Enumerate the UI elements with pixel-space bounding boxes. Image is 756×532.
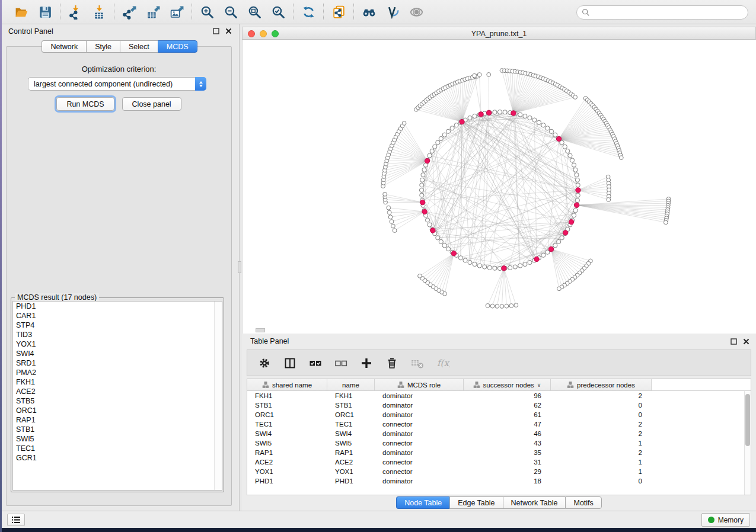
import-network-icon[interactable] [67, 4, 84, 20]
table-row[interactable]: SWI5SWI5connector431 [247, 438, 744, 448]
close-panel-button[interactable]: Close panel [122, 97, 181, 111]
search-input[interactable] [593, 8, 748, 17]
column-header-MCDS-role[interactable]: MCDS role [375, 379, 464, 391]
mcds-result-node[interactable]: STP4 [13, 321, 222, 330]
table-row[interactable]: TEC1TEC1connector472 [247, 419, 744, 429]
mcds-result-node[interactable]: TID3 [13, 330, 222, 339]
table-scrollbar-thumb[interactable] [745, 394, 750, 446]
mcds-result-node[interactable]: YOX1 [13, 339, 222, 349]
table-row[interactable]: FKH1FKH1dominator962 [247, 391, 744, 400]
mcds-result-node[interactable]: SRD1 [13, 358, 222, 368]
optimization-criterion-value: largest connected component (undirected) [28, 80, 195, 88]
mcds-result-node[interactable]: RAP1 [13, 415, 222, 425]
add-column-icon[interactable] [359, 355, 374, 371]
tab-node-table[interactable]: Node Table [396, 496, 449, 509]
table-row[interactable]: PHD1PHD1dominator180 [247, 476, 744, 486]
cell-shared-name: SWI5 [247, 440, 327, 447]
cell-predecessors: 0 [551, 402, 652, 409]
horizontal-splitter[interactable] [256, 328, 265, 332]
run-mcds-button[interactable]: Run MCDS [56, 97, 114, 111]
mcds-result-node[interactable]: STB1 [13, 425, 222, 434]
network-search-box[interactable] [576, 5, 748, 20]
mcds-result-node[interactable]: SWI4 [13, 349, 222, 358]
splitter-grip[interactable] [238, 261, 241, 273]
delete-column-icon[interactable] [384, 355, 400, 371]
mcds-result-node[interactable]: GCR1 [13, 453, 222, 463]
cell-shared-name: STB1 [247, 402, 327, 409]
mcds-result-node[interactable]: PHD1 [13, 302, 222, 311]
svg-text:f(x): f(x) [437, 358, 450, 368]
float-panel-icon[interactable] [212, 27, 220, 35]
export-network-icon[interactable] [121, 4, 138, 20]
tab-style[interactable]: Style [86, 40, 120, 53]
export-image-icon[interactable] [168, 4, 185, 20]
combo-stepper-icon [195, 77, 206, 91]
zoom-fit-icon[interactable] [246, 4, 263, 20]
mcds-result-node[interactable]: SWI5 [13, 434, 222, 444]
table-settings-icon[interactable] [257, 355, 272, 371]
mcds-result-node[interactable]: TEC1 [13, 444, 222, 453]
table-row[interactable]: ACE2ACE2connector311 [247, 457, 744, 467]
table-scrollbar[interactable] [744, 391, 751, 495]
control-panel-header: Control Panel [2, 24, 237, 39]
network-window-titlebar[interactable]: YPA_prune.txt_1 [242, 27, 756, 40]
table-row[interactable]: YOX1YOX1connector291 [247, 467, 744, 476]
optimization-criterion-label: Optimization criterion: [7, 65, 231, 73]
mcds-result-node[interactable]: FKH1 [13, 377, 222, 387]
network-graph[interactable] [243, 40, 756, 334]
cell-shared-name: PHD1 [247, 477, 327, 485]
mcds-result-node[interactable]: ACE2 [13, 387, 222, 396]
column-header-shared-name[interactable]: shared name [247, 379, 327, 391]
open-file-icon[interactable] [13, 4, 30, 20]
table-row[interactable]: RAP1RAP1dominator352 [247, 448, 744, 457]
tab-motifs[interactable]: Motifs [565, 496, 601, 509]
vertical-splitter[interactable] [237, 24, 242, 511]
cell-predecessors: 0 [551, 477, 652, 485]
search-icon [582, 8, 590, 17]
close-panel-icon[interactable] [225, 27, 232, 35]
optimization-criterion-select[interactable]: largest connected component (undirected) [28, 77, 206, 91]
mcds-result-node[interactable]: CAR1 [13, 311, 222, 321]
mcds-result-node[interactable]: PMA2 [13, 368, 222, 377]
refresh-layout-icon[interactable] [300, 4, 317, 20]
shared-column-icon [473, 381, 480, 389]
table-row[interactable]: SWI4SWI4dominator462 [247, 429, 744, 438]
float-table-panel-icon[interactable] [730, 338, 738, 345]
zoom-selected-icon[interactable] [270, 4, 286, 20]
mcds-result-list[interactable]: PHD1CAR1STP4TID3YOX1SWI4SRD1PMA2FKH1ACE2… [12, 301, 222, 491]
cell-successors: 62 [464, 402, 551, 409]
zoom-in-icon[interactable] [199, 4, 215, 20]
save-icon[interactable] [37, 4, 53, 20]
mcds-list-scrollbar[interactable] [214, 302, 222, 490]
search-network-icon[interactable] [361, 4, 377, 20]
mcds-result-node[interactable]: ORC1 [13, 406, 222, 415]
select-all-icon[interactable] [308, 355, 323, 371]
task-history-button[interactable] [7, 514, 25, 526]
mcds-result-node[interactable]: STB5 [13, 396, 222, 406]
tab-edge-table[interactable]: Edge Table [449, 496, 502, 509]
table-panel-title: Table Panel [250, 337, 289, 345]
memory-button[interactable]: Memory [701, 513, 750, 527]
import-table-icon[interactable] [91, 4, 107, 20]
tab-select[interactable]: Select [120, 40, 158, 53]
table-row[interactable]: ORC1ORC1dominator610 [247, 410, 744, 419]
column-chooser-icon[interactable] [282, 355, 298, 371]
column-label: predecessor nodes [577, 382, 635, 389]
graphics-details-icon[interactable] [384, 4, 401, 20]
deselect-all-icon[interactable] [333, 355, 349, 371]
tab-mcds[interactable]: MCDS [158, 40, 197, 53]
column-header-predecessor-nodes[interactable]: predecessor nodes [551, 379, 652, 391]
zoom-out-icon[interactable] [222, 4, 239, 20]
network-canvas[interactable] [242, 40, 756, 334]
clone-network-icon[interactable] [330, 4, 347, 20]
tab-network[interactable]: Network [42, 40, 86, 53]
tab-network-table[interactable]: Network Table [503, 496, 566, 509]
export-table-icon[interactable] [145, 4, 161, 20]
column-header-name[interactable]: name [327, 379, 375, 391]
close-table-panel-icon[interactable] [742, 338, 750, 345]
cell-name: ACE2 [327, 459, 375, 466]
show-hide-graphics-icon[interactable] [408, 4, 425, 20]
column-header-successor-nodes[interactable]: successor nodes∨ [464, 379, 551, 391]
cell-mcds-role: connector [375, 468, 464, 475]
table-row[interactable]: STB1STB1dominator620 [247, 400, 744, 410]
